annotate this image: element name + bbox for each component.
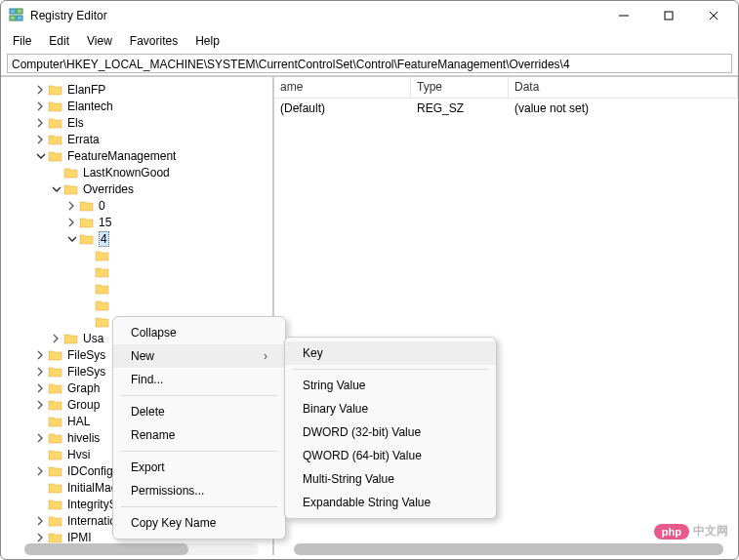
chevron-right-icon[interactable] [50, 332, 63, 345]
app-icon [9, 7, 24, 25]
tree-node[interactable]: 0 [62, 197, 272, 214]
menu-edit[interactable]: Edit [41, 32, 77, 50]
folder-icon [48, 398, 63, 412]
list-row[interactable]: (Default) REG_SZ (value not set) [274, 99, 738, 118]
address-bar[interactable]: Computer\HKEY_LOCAL_MACHINE\SYSTEM\Curre… [7, 54, 732, 73]
folder-icon [95, 249, 110, 262]
tree-node-label: hivelis [67, 431, 100, 445]
menu-find[interactable]: Find... [113, 368, 285, 391]
column-name[interactable]: ame [274, 77, 411, 98]
watermark: php 中文网 [654, 523, 728, 540]
folder-icon [79, 216, 95, 229]
tree-node[interactable] [77, 263, 272, 280]
chevron-right-icon[interactable] [34, 398, 48, 412]
tree-scrollbar[interactable] [24, 543, 259, 555]
tree-node-label: Elantech [67, 100, 113, 113]
menu-permissions[interactable]: Permissions... [113, 479, 285, 502]
menu-file[interactable]: File [5, 32, 39, 50]
tree-node[interactable]: Els [30, 114, 272, 131]
tree-node[interactable]: FeatureManagement [30, 147, 272, 164]
watermark-pill: php [654, 524, 689, 540]
menu-copy-key-name[interactable]: Copy Key Name [113, 511, 285, 535]
folder-icon [79, 199, 95, 213]
window-controls [601, 1, 736, 30]
chevron-right-icon[interactable] [34, 348, 48, 362]
scrollbar-thumb[interactable] [24, 543, 188, 555]
menu-help[interactable]: Help [187, 32, 227, 50]
folder-icon [48, 464, 63, 478]
separator [121, 506, 277, 507]
chevron-right-icon[interactable] [34, 100, 48, 113]
tree-node[interactable] [77, 297, 272, 313]
folder-icon [48, 514, 63, 528]
menu-collapse[interactable]: Collapse [113, 321, 285, 344]
tree-node-label: FileSys [67, 365, 105, 379]
tree-node[interactable]: 4 [62, 230, 272, 247]
menu-new-dword[interactable]: DWORD (32-bit) Value [285, 420, 496, 444]
folder-icon [79, 232, 95, 246]
scrollbar-thumb[interactable] [294, 543, 723, 555]
menu-new[interactable]: New› [113, 344, 285, 368]
address-path: Computer\HKEY_LOCAL_MACHINE\SYSTEM\Curre… [12, 58, 570, 71]
tree-node-label: IPMI [67, 531, 92, 544]
menu-favorites[interactable]: Favorites [122, 32, 185, 50]
menu-view[interactable]: View [79, 32, 120, 50]
folder-icon [48, 149, 63, 163]
tree-node[interactable] [77, 280, 272, 297]
separator [121, 395, 277, 396]
chevron-right-icon[interactable] [34, 116, 48, 130]
folder-icon [95, 282, 110, 296]
cell-data: (value not set) [509, 100, 738, 117]
menu-new-qword[interactable]: QWORD (64-bit) Value [285, 444, 496, 467]
menu-new-expandable-string[interactable]: Expandable String Value [285, 491, 496, 514]
chevron-down-icon[interactable] [50, 182, 63, 196]
folder-icon [63, 332, 79, 345]
separator [293, 369, 488, 370]
content-area: ElanFPElantechElsErrataFeatureManagement… [1, 75, 738, 555]
menu-export[interactable]: Export [113, 456, 285, 479]
tree-node-label: Graph [67, 381, 100, 395]
tree-node-label: Els [67, 116, 84, 130]
tree-node[interactable]: Elantech [30, 98, 272, 114]
tree-node[interactable]: Overrides [46, 180, 272, 197]
chevron-right-icon[interactable] [34, 83, 48, 97]
context-menu-new: Key String Value Binary Value DWORD (32-… [284, 337, 497, 519]
chevron-right-icon[interactable] [65, 216, 79, 229]
list-scrollbar[interactable] [294, 543, 723, 555]
tree-node-label: 15 [99, 216, 111, 229]
chevron-right-icon[interactable] [65, 199, 79, 213]
chevron-right-icon[interactable] [34, 531, 48, 544]
chevron-right-icon[interactable] [34, 381, 48, 395]
menu-new-binary[interactable]: Binary Value [285, 397, 496, 420]
chevron-down-icon[interactable] [34, 149, 48, 163]
chevron-down-icon[interactable] [65, 232, 79, 246]
folder-icon [48, 431, 63, 445]
tree-node[interactable] [77, 247, 272, 263]
tree-node[interactable]: 15 [62, 214, 272, 230]
folder-icon [48, 348, 63, 362]
maximize-button[interactable] [646, 1, 691, 30]
menu-delete[interactable]: Delete [113, 400, 285, 423]
tree-node-label: Group [67, 398, 100, 412]
menu-rename[interactable]: Rename [113, 423, 285, 447]
chevron-right-icon[interactable] [34, 514, 48, 528]
chevron-right-icon[interactable] [34, 464, 48, 478]
tree-node[interactable]: Errata [30, 131, 272, 147]
chevron-right-icon[interactable] [34, 133, 48, 146]
tree-node[interactable]: ElanFP [30, 81, 272, 98]
watermark-text: 中文网 [693, 523, 728, 540]
minimize-button[interactable] [601, 1, 646, 30]
menu-new-multi-string[interactable]: Multi-String Value [285, 467, 496, 491]
column-type[interactable]: Type [411, 77, 509, 98]
folder-icon [48, 381, 63, 395]
tree-node[interactable]: LastKnownGood [46, 164, 272, 180]
menu-new-string[interactable]: String Value [285, 374, 496, 397]
folder-icon [48, 481, 63, 495]
column-data[interactable]: Data [509, 77, 738, 98]
menu-new-key[interactable]: Key [285, 341, 496, 365]
chevron-right-icon[interactable] [34, 431, 48, 445]
separator [121, 451, 277, 452]
close-button[interactable] [691, 1, 736, 30]
chevron-right-icon[interactable] [34, 365, 48, 379]
cell-type: REG_SZ [411, 100, 509, 117]
